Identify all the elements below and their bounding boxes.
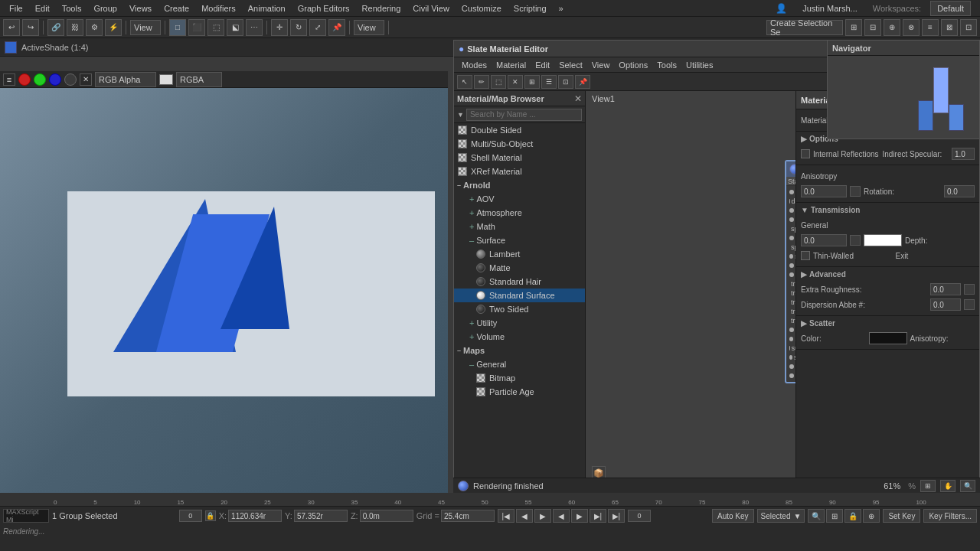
menu-customize[interactable]: Customize xyxy=(456,4,508,13)
slate-menu-modes[interactable]: Modes xyxy=(457,60,492,70)
key-filters-btn[interactable]: Key Filters... xyxy=(923,509,977,523)
redo-btn[interactable]: ↪ xyxy=(22,19,39,36)
group-aov[interactable]: + AOV xyxy=(454,192,585,206)
view-dropdown[interactable]: View xyxy=(354,20,384,35)
render-icon-btn[interactable]: ⊞ xyxy=(826,509,843,523)
lock-btn[interactable]: 🔒 xyxy=(205,510,216,521)
transmission-check[interactable] xyxy=(850,235,861,246)
prop-transmission-title[interactable]: ▼ Transmission xyxy=(801,206,975,214)
menu-rendering[interactable]: Rendering xyxy=(356,4,407,13)
dispersion-value[interactable]: 0.0 xyxy=(930,298,961,311)
slate-menu-select[interactable]: Select xyxy=(554,60,587,70)
mat-xref[interactable]: XRef Material xyxy=(454,165,585,178)
group-math[interactable]: + Math xyxy=(454,220,585,233)
group-arnold[interactable]: – Arnold xyxy=(454,178,585,192)
lock-icon-btn[interactable]: 🔒 xyxy=(844,509,861,523)
rgb-dropdown[interactable]: RGB Alpha xyxy=(95,72,156,87)
zoom-hand-btn[interactable]: ✋ xyxy=(940,480,956,492)
internal-reflections-checkbox[interactable] xyxy=(801,149,810,158)
region2-btn[interactable]: ⬕ xyxy=(227,19,243,36)
menu-modifiers[interactable]: Modifiers xyxy=(195,4,242,13)
mat-browser-close[interactable]: ✕ xyxy=(574,93,582,104)
mat-lambert[interactable]: Lambert xyxy=(454,247,585,261)
link-btn[interactable]: 🔗 xyxy=(47,19,64,36)
bind2-btn[interactable]: ⚡ xyxy=(105,19,122,36)
menu-file[interactable]: File xyxy=(3,4,29,13)
undo-btn[interactable]: ↩ xyxy=(3,19,20,36)
filter-dropdown[interactable]: View xyxy=(130,20,161,35)
next-key-btn[interactable]: ▶| xyxy=(590,509,606,523)
mat-particle-age[interactable]: Particle Age xyxy=(454,385,585,399)
user-name[interactable]: Justin Marsh... xyxy=(796,4,864,13)
extra-btn5[interactable]: ≡ xyxy=(922,19,939,36)
menu-arrow[interactable]: » xyxy=(553,4,570,13)
prop-scatter-title[interactable]: ▶ Scatter xyxy=(801,319,975,328)
prev-key-btn[interactable]: |◀ xyxy=(498,509,514,523)
mat-search-input[interactable] xyxy=(466,109,582,121)
slate-fit-btn[interactable]: ⊡ xyxy=(558,75,573,89)
slate-frame-btn[interactable]: ⊞ xyxy=(524,75,540,89)
bind-btn[interactable]: ⚙ xyxy=(86,19,103,36)
menu-civil-view[interactable]: Civil View xyxy=(407,4,455,13)
extra-btn3[interactable]: ⊕ xyxy=(884,19,900,36)
group-atmosphere[interactable]: + Atmosphere xyxy=(454,206,585,220)
transmission-color-swatch[interactable] xyxy=(864,234,902,246)
play-btn[interactable]: ▶ xyxy=(534,509,551,523)
scale-btn[interactable]: ⤢ xyxy=(309,19,326,36)
mat-bitmap[interactable]: Bitmap xyxy=(454,371,585,385)
place-btn[interactable]: 📌 xyxy=(328,19,345,36)
group-general[interactable]: – General xyxy=(454,357,585,371)
slate-paint-btn[interactable]: ✏ xyxy=(474,75,489,89)
mat-double-sided[interactable]: Double Sided xyxy=(454,123,585,137)
slate-menu-utilities[interactable]: Utilities xyxy=(681,60,717,70)
zoom-search-btn[interactable]: 🔍 xyxy=(960,480,975,492)
region-btn[interactable]: ⬚ xyxy=(207,19,224,36)
slate-layout-btn[interactable]: ☰ xyxy=(541,75,557,89)
mat-standard-hair[interactable]: Standard Hair xyxy=(454,275,585,289)
anisotropy-check[interactable] xyxy=(850,186,861,197)
roughness-check[interactable] xyxy=(964,284,975,295)
select-btn[interactable]: □ xyxy=(169,19,186,36)
menu-scripting[interactable]: Scripting xyxy=(508,4,553,13)
menu-graph-editors[interactable]: Graph Editors xyxy=(292,4,356,13)
menu-tools[interactable]: Tools xyxy=(56,4,88,13)
set-key-btn[interactable]: Set Key xyxy=(883,509,920,523)
unlink-btn[interactable]: ⛓ xyxy=(67,19,83,36)
menu-create[interactable]: Create xyxy=(158,4,195,13)
slate-menu-view[interactable]: View xyxy=(587,60,615,70)
search-icon-btn[interactable]: 🔍 xyxy=(808,509,825,523)
indirect-specular-value[interactable]: 1.0 xyxy=(952,148,975,160)
move-btn[interactable]: ✛ xyxy=(271,19,288,36)
menu-edit[interactable]: Edit xyxy=(29,4,56,13)
rgba-dropdown[interactable]: RGBA xyxy=(176,72,222,87)
extra-btn4[interactable]: ⊗ xyxy=(903,19,920,36)
extra-btn2[interactable]: ⊟ xyxy=(864,19,881,36)
slate-select-btn[interactable]: ⬚ xyxy=(491,75,506,89)
next-frame-btn[interactable]: ▶ xyxy=(571,509,588,523)
lasso-btn[interactable]: ⋯ xyxy=(246,19,263,36)
extra-btn6[interactable]: ⊠ xyxy=(941,19,958,36)
mat-two-sided[interactable]: Two Sided xyxy=(454,302,585,316)
extra-btn7[interactable]: ⊡ xyxy=(960,19,977,36)
mat-standard-surface[interactable]: Standard Surface xyxy=(454,289,585,302)
slate-menu-options[interactable]: Options xyxy=(614,60,652,70)
channel-x[interactable]: ✕ xyxy=(80,73,92,86)
slate-menu-material[interactable]: Material xyxy=(492,60,531,70)
z-value[interactable]: 0.0m xyxy=(360,510,413,522)
group-maps[interactable]: – Maps xyxy=(454,344,585,357)
transmission-value[interactable]: 0.0 xyxy=(801,234,847,246)
extra-roughness-value[interactable]: 0.0 xyxy=(930,283,961,295)
rotation-value[interactable]: 0.0 xyxy=(944,185,975,197)
dispersion-check[interactable] xyxy=(964,299,975,310)
prop-advanced-title[interactable]: ▶ Advanced xyxy=(801,270,975,279)
slate-menu-tools[interactable]: Tools xyxy=(652,60,681,70)
mat-multi-sub[interactable]: Multi/Sub-Object xyxy=(454,137,585,151)
workspace-dropdown[interactable]: Default xyxy=(930,1,971,16)
scatter-color-swatch[interactable] xyxy=(869,332,907,344)
menu-views[interactable]: Views xyxy=(123,4,158,13)
play-reverse-btn[interactable]: ◀ xyxy=(553,509,570,523)
x-value[interactable]: 1120.634r xyxy=(228,510,282,522)
mat-matte[interactable]: Matte xyxy=(454,261,585,275)
slate-menu-edit[interactable]: Edit xyxy=(531,60,554,70)
slate-pointer-btn[interactable]: ↖ xyxy=(457,75,472,89)
